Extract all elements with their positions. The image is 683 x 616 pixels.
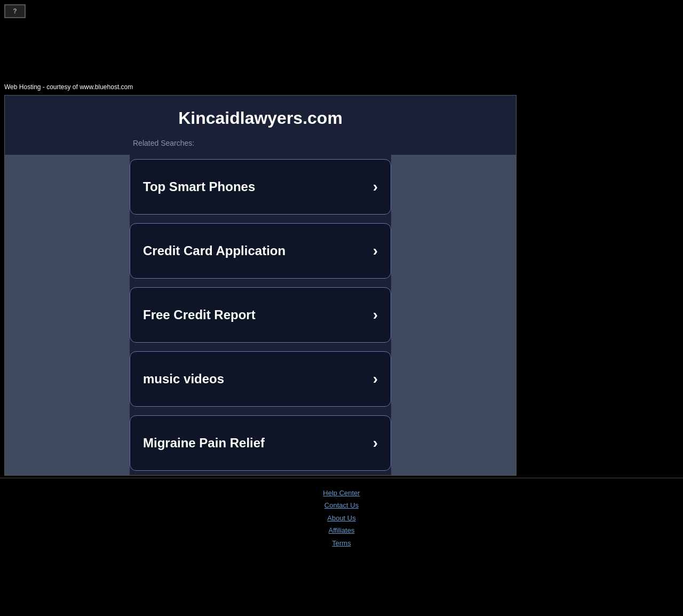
row-gutter-right bbox=[391, 155, 516, 219]
search-row: Migraine Pain Relief › bbox=[5, 411, 516, 475]
search-card-wrapper: Top Smart Phones › bbox=[130, 155, 391, 219]
main-content-box: Kincaidlawyers.com Related Searches: Top… bbox=[4, 95, 517, 476]
site-title: Kincaidlawyers.com bbox=[5, 96, 516, 133]
chevron-right-icon: › bbox=[373, 370, 378, 388]
row-gutter-left bbox=[5, 347, 130, 411]
card-label: Migraine Pain Relief bbox=[143, 436, 265, 451]
row-gutter-right bbox=[391, 411, 516, 475]
search-row: Credit Card Application › bbox=[5, 219, 516, 283]
search-row: music videos › bbox=[5, 347, 516, 411]
search-card-migraine-pain-relief[interactable]: Migraine Pain Relief › bbox=[130, 415, 391, 471]
card-label: Free Credit Report bbox=[143, 307, 256, 322]
row-gutter-right bbox=[391, 347, 516, 411]
card-label: Top Smart Phones bbox=[143, 179, 255, 194]
row-gutter-left bbox=[5, 155, 130, 219]
card-label: Credit Card Application bbox=[143, 243, 285, 258]
card-label: music videos bbox=[143, 372, 224, 386]
search-items-container: Top Smart Phones › Credit Card Applicati… bbox=[5, 155, 516, 475]
search-card-credit-card-application[interactable]: Credit Card Application › bbox=[130, 223, 391, 279]
related-searches-label: Related Searches: bbox=[5, 133, 516, 155]
search-card-free-credit-report[interactable]: Free Credit Report › bbox=[130, 287, 391, 343]
search-row: Top Smart Phones › bbox=[5, 155, 516, 219]
row-gutter-right bbox=[391, 283, 516, 347]
row-gutter-left bbox=[5, 283, 130, 347]
footer-link-help-center[interactable]: Help Center bbox=[0, 487, 683, 499]
search-card-music-videos[interactable]: music videos › bbox=[130, 351, 391, 407]
search-card-wrapper: Free Credit Report › bbox=[130, 283, 391, 347]
row-gutter-right bbox=[391, 219, 516, 283]
chevron-right-icon: › bbox=[373, 306, 378, 323]
footer-link-contact-us[interactable]: Contact Us bbox=[0, 499, 683, 511]
top-icon: ? bbox=[4, 4, 26, 18]
footer-link-terms[interactable]: Terms bbox=[0, 537, 683, 549]
row-gutter-left bbox=[5, 411, 130, 475]
footer-link-about-us[interactable]: About Us bbox=[0, 512, 683, 524]
search-card-wrapper: music videos › bbox=[130, 347, 391, 411]
chevron-right-icon: › bbox=[373, 435, 378, 452]
footer: Help Center Contact Us About Us Affiliat… bbox=[0, 478, 683, 558]
search-card-wrapper: Credit Card Application › bbox=[130, 219, 391, 283]
search-card-top-smart-phones[interactable]: Top Smart Phones › bbox=[130, 159, 391, 215]
search-card-wrapper: Migraine Pain Relief › bbox=[130, 411, 391, 475]
chevron-right-icon: › bbox=[373, 242, 378, 259]
row-gutter-left bbox=[5, 219, 130, 283]
hosting-notice: Web Hosting - courtesy of www.bluehost.c… bbox=[0, 81, 683, 93]
top-bar: ? bbox=[0, 0, 683, 22]
footer-link-affiliates[interactable]: Affiliates bbox=[0, 524, 683, 536]
chevron-right-icon: › bbox=[373, 178, 378, 195]
search-row: Free Credit Report › bbox=[5, 283, 516, 347]
